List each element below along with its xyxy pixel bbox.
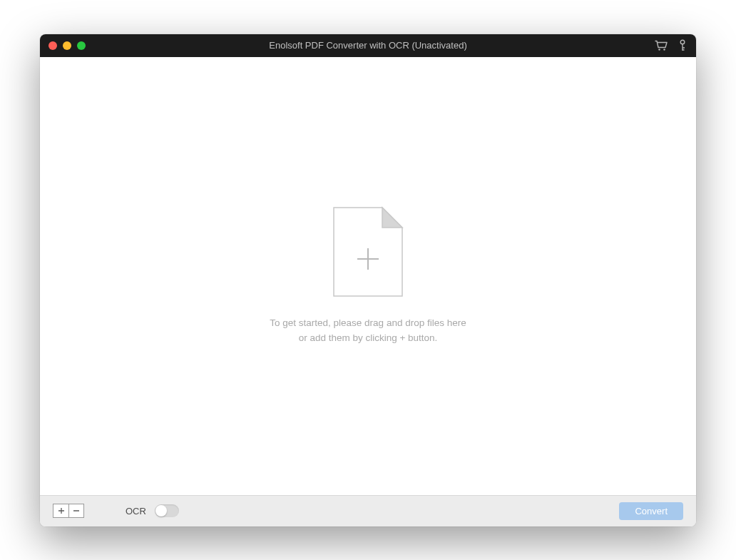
traffic-lights	[48, 41, 86, 50]
remove-file-button[interactable]	[68, 504, 84, 518]
add-file-icon	[332, 206, 404, 300]
maximize-window-button[interactable]	[77, 41, 86, 50]
drop-instruction-line1: To get started, please drag and drop fil…	[270, 316, 466, 330]
drop-instruction: To get started, please drag and drop fil…	[270, 316, 466, 345]
svg-point-1	[663, 49, 665, 50]
drop-zone[interactable]: To get started, please drag and drop fil…	[270, 206, 466, 345]
window-title: Enolsoft PDF Converter with OCR (Unactiv…	[40, 40, 696, 51]
bottombar: OCR Convert	[40, 495, 696, 526]
add-file-button[interactable]	[53, 504, 68, 518]
cart-icon[interactable]	[655, 40, 668, 51]
file-buttons	[53, 504, 84, 518]
app-window: Enolsoft PDF Converter with OCR (Unactiv…	[40, 34, 696, 526]
svg-point-2	[680, 40, 685, 44]
titlebar-actions	[655, 39, 686, 52]
svg-point-0	[658, 49, 660, 50]
convert-button[interactable]: Convert	[619, 502, 683, 520]
minimize-window-button[interactable]	[63, 41, 71, 50]
ocr-label: OCR	[126, 506, 146, 516]
content-area: To get started, please drag and drop fil…	[40, 57, 696, 495]
drop-instruction-line2: or add them by clicking + button.	[270, 331, 466, 345]
titlebar: Enolsoft PDF Converter with OCR (Unactiv…	[40, 34, 696, 57]
ocr-section: OCR	[126, 504, 179, 517]
ocr-toggle-knob	[155, 505, 167, 516]
key-icon[interactable]	[679, 39, 686, 52]
ocr-toggle[interactable]	[155, 504, 179, 517]
close-window-button[interactable]	[48, 41, 57, 50]
